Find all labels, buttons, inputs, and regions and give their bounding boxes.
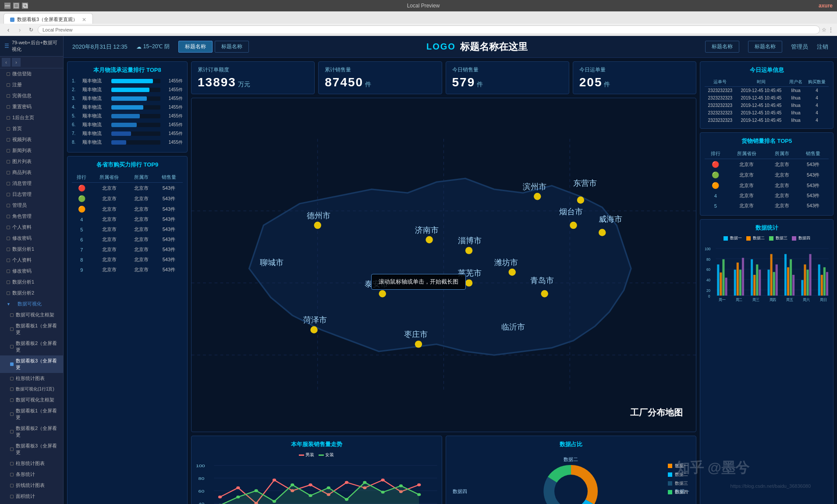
logistics-item-7: 8. 顺丰物流 1455件 (72, 139, 183, 146)
sidebar-item-pwd2[interactable]: 修改密码 (0, 266, 63, 277)
sidebar-item-photo[interactable]: 图片列表 (0, 156, 63, 167)
sidebar-item-board1b[interactable]: 数据看板1（全屏看更 (0, 405, 63, 423)
sidebar-item-admin[interactable]: 管理员 (0, 200, 63, 211)
sidebar-item-board3b[interactable]: 数据看板3（全屏看更 (0, 440, 63, 458)
sidebar-item-data2[interactable]: 数据分析2 (0, 287, 63, 298)
svg-text:德州市: 德州市 (307, 211, 330, 220)
sidebar-item-reset[interactable]: 重置密码 (0, 101, 63, 112)
si-dot (7, 138, 10, 142)
header-logout-btn[interactable]: 注销 (817, 43, 828, 51)
sidebar-item-video[interactable]: 视频列表 (0, 134, 63, 145)
nav-back-btn[interactable]: ‹ (4, 26, 13, 33)
sidebar-item-donut[interactable]: 环形饼形 (0, 502, 63, 504)
sidebar-item-news[interactable]: 新闻列表 (0, 145, 63, 156)
svg-text:周三: 周三 (752, 298, 759, 302)
bl-1: 数据一 (724, 235, 742, 241)
stat-value-2: 579件 (452, 75, 563, 89)
sidebar-item-profile3[interactable]: 个人资料 (0, 255, 63, 266)
goods-row-1: 🟢 北京市 北京市 543件 (705, 170, 829, 180)
menu-btn[interactable]: ⋮ (828, 27, 833, 33)
sidebar-item-board2[interactable]: 数据看板2（全屏看更 (0, 338, 63, 355)
dl-dot-2 (668, 472, 672, 477)
sidebar-item-log[interactable]: 日志管理 (0, 189, 63, 200)
svg-text:40: 40 (706, 278, 710, 282)
sidebar-item-role[interactable]: 角色管理 (0, 211, 63, 222)
th-user: 用户名 (787, 78, 805, 87)
sidebar-item-index[interactable]: 首页 (0, 123, 63, 134)
header-nav-btn-3[interactable]: 标题名称 (705, 41, 739, 53)
log-id-0: 2323232323 (705, 87, 736, 95)
svg-rect-111 (773, 272, 775, 296)
svg-text:40: 40 (199, 501, 205, 504)
url-bar[interactable]: Local Preview (38, 25, 820, 34)
city-sales-7: 543件 (155, 255, 183, 265)
sidebar-item-goods[interactable]: 商品列表 (0, 167, 63, 178)
win-maximize[interactable]: □ (13, 3, 19, 9)
log-id-3: 2323232323 (705, 109, 736, 117)
sidebar-item-profile[interactable]: 完善信息 (0, 90, 63, 101)
sidebar-item-visual[interactable]: ▼数据可视化 (0, 298, 63, 309)
nav-refresh-btn[interactable]: ↻ (26, 27, 36, 33)
si-dot (7, 105, 10, 109)
sidebar-item-wechat[interactable]: 微信登陆 (0, 68, 63, 79)
sidebar-item-data1b[interactable]: 数据分析1 (0, 277, 63, 287)
sidebar-item-profile2[interactable]: 个人资料 (0, 222, 63, 233)
col-province: 所属省份 (91, 172, 127, 183)
log-rank-6: 7. (72, 131, 80, 136)
sidebar-item-data-1row[interactable]: 数据可视化(1行1页) (0, 384, 63, 394)
sidebar-item-pwd[interactable]: 修改密码 (0, 233, 63, 244)
sidebar-item-msg[interactable]: 消息管理 (0, 178, 63, 189)
si-dot (7, 171, 10, 174)
sidebar-item-bar2[interactable]: 柱形统计图表 (0, 458, 63, 469)
watermark-url: https://blog.csdn.net/baidu_36836080 (731, 483, 811, 489)
header-nav-btn-1[interactable]: 标题名称 (178, 41, 213, 53)
log-bar-wrap-7 (111, 140, 160, 145)
sidebar-nav-fwd[interactable]: › (12, 58, 21, 67)
log-time-2: 2019-12-45 10:45:45 (736, 102, 787, 109)
tab-close[interactable]: ✕ (82, 17, 86, 23)
sidebar-item-home1[interactable]: 1后台主页 (0, 112, 63, 123)
col-left: 本月物流承运量排行 TOP8 1. 顺丰物流 1455件 2. 顺丰物流 145… (67, 61, 188, 504)
sidebar-item-visual-frame[interactable]: 数据可视化主框架 (0, 309, 63, 320)
sidebar-item-board3[interactable]: 数据看板3（全屏看更 (0, 355, 63, 373)
map-container[interactable]: 滨州市 东营市 德州市 济南市 淄博市 烟台市 威海市 聊城市 潍坊市 莱芜市 … (191, 98, 696, 432)
win-minimize[interactable]: ─ (4, 3, 11, 9)
goods-rank-body: 🔴 北京市 北京市 543件 🟢 北京市 北京市 543件 🟠 北京市 北京市 … (705, 159, 829, 211)
si-dot (7, 83, 10, 87)
sidebar-item-visual-frame2[interactable]: 数据可视化主框架 (0, 394, 63, 405)
sidebar-nav-back[interactable]: ‹ (2, 58, 11, 67)
city-province-8: 北京市 (91, 265, 127, 275)
dl-dot-1 (668, 464, 672, 468)
sidebar-item-bar[interactable]: 柱形统计图表 (0, 373, 63, 384)
sidebar-item-area[interactable]: 面积统计 (0, 491, 63, 502)
nav-forward-btn[interactable]: › (15, 26, 25, 33)
city-ranking-card: 各省市购买力排行 TOP9 排行 所属省份 所属市 销售量 (67, 156, 188, 504)
sidebar-item-bar-stat[interactable]: 条形统计 (0, 469, 63, 480)
logistics-row-4: 2323232323 2019-12-45 10:45:45 lihua 4 (705, 117, 829, 124)
svg-text:周二: 周二 (736, 298, 742, 302)
bookmark-btn[interactable]: ☆ (822, 27, 826, 33)
sidebar-item-board1[interactable]: 数据看板1（全屏看更 (0, 320, 63, 338)
sidebar-item-line[interactable]: 折线统计图表 (0, 480, 63, 491)
gr-th-city: 所属市 (766, 149, 798, 159)
log-rank-0: 1. (72, 78, 80, 83)
header-nav-btn-4[interactable]: 标题名称 (748, 41, 782, 53)
svg-point-67 (345, 498, 348, 501)
city-rank-num-6: 7 (72, 245, 91, 255)
sidebar-item-board2b[interactable]: 数据看板2（全屏看更 (0, 423, 63, 440)
win-restore[interactable]: ⧉ (22, 3, 28, 9)
log-qty-2: 4 (805, 102, 829, 109)
header-username: 管理员 (791, 43, 808, 51)
col-mid: 累计订单额度 13893万元 累计销售量 87450件 今日销售量 579件 (191, 61, 696, 504)
log-name-4: 顺丰物流 (82, 113, 109, 119)
header-nav-btn-2[interactable]: 标题名称 (215, 41, 249, 53)
log-bar-wrap-5 (111, 123, 160, 127)
svg-rect-115 (790, 259, 792, 296)
chrome-active-tab[interactable]: 数据看板3（全屏看更直观） ✕ (4, 13, 93, 24)
sidebar-item-register[interactable]: 注册 (0, 79, 63, 90)
sidebar-item-data1[interactable]: 数据分析1 (0, 244, 63, 255)
bl-dot-1 (724, 236, 728, 241)
logistics-items: 1. 顺丰物流 1455件 2. 顺丰物流 1455件 3. 顺丰物流 1455… (72, 78, 183, 146)
log-bar-6 (111, 131, 131, 136)
city-province-0: 北京市 (91, 183, 127, 194)
